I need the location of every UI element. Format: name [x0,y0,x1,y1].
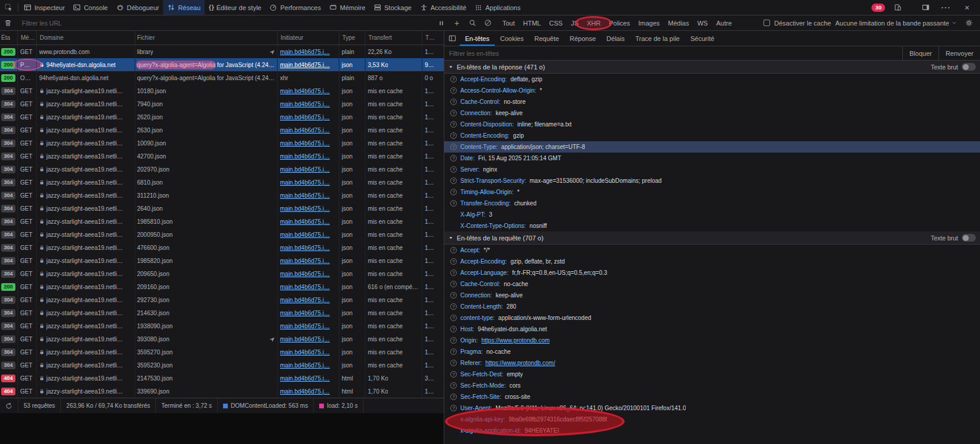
details-tab-trace-de-la-pile[interactable]: Trace de la pile [630,31,685,46]
request-row[interactable]: 304GETjazzy-starlight-aeea19.netli…20297… [0,163,444,176]
help-icon[interactable]: ? [450,177,457,184]
request-row[interactable]: 304GETjazzy-starlight-aeea19.netli…20009… [0,228,444,241]
header-row[interactable]: ?Refererhttps://www.protondb.com/ [444,357,980,369]
details-tab-cookies[interactable]: Cookies [495,31,529,46]
initiator-link[interactable]: main.bd4b6d75.j… [280,140,330,147]
devtools-menu-button[interactable]: ··· [938,4,954,11]
tool-tab-stockage[interactable]: Stockage [370,0,416,15]
help-icon[interactable]: ? [450,326,457,332]
help-icon[interactable]: ? [450,87,457,94]
throttling-select[interactable]: Aucune limitation de la bande passante [835,20,957,27]
close-devtools-button[interactable]: × [959,4,975,12]
initiator-link[interactable]: main.bd4b6d75.j… [280,258,330,264]
header-row[interactable]: ?Connectionkeep-alive [444,107,980,119]
request-row[interactable]: 200POST94he6yatei-dsn.algolia.netquery?x… [0,58,444,71]
requests-count[interactable]: 53 requêtes [18,398,61,413]
initiator-link[interactable]: main.bd4b6d75.j… [280,231,330,238]
help-icon[interactable]: ? [450,200,457,207]
header-row[interactable]: ?Content-Encodinggzip [444,130,980,141]
help-icon[interactable]: ? [450,258,457,265]
url-filter-input[interactable] [22,20,430,27]
response-headers-section-header[interactable]: En-têtes de la réponse (471 o) Texte bru… [444,61,980,74]
header-row[interactable]: X-Content-Type-Optionsnosniff [444,220,980,231]
header-row[interactable]: ?Access-Control-Allow-Origin* [444,85,980,96]
split-panel-button[interactable] [444,31,460,46]
request-row[interactable]: 404GETjazzy-starlight-aeea19.netli…33969… [0,385,444,398]
request-row[interactable]: 304GETjazzy-starlight-aeea19.netli…35952… [0,345,444,359]
details-tab-d-lais[interactable]: Délais [601,31,630,46]
column-header-domain[interactable]: Domaine [37,31,135,45]
help-icon[interactable]: ? [450,99,457,105]
raw-toggle-switch[interactable] [962,63,976,71]
header-row[interactable]: ?Content-Dispositioninline; filename=a.t… [444,119,980,130]
initiator-link[interactable]: main.bd4b6d75.j… [280,323,330,329]
request-row[interactable]: 304GETjazzy-starlight-aeea19.netli…39308… [0,332,444,345]
request-filter-xhr[interactable]: XHR [583,18,604,28]
help-icon[interactable]: ? [450,360,457,366]
request-row[interactable]: 304GETjazzy-starlight-aeea19.netli…20965… [0,267,444,280]
request-row[interactable]: 304GETjazzy-starlight-aeea19.netli…2620.… [0,110,444,123]
request-row[interactable]: 200GETjazzy-starlight-aeea19.netli…20916… [0,280,444,293]
request-row[interactable]: 304GETjazzy-starlight-aeea19.netli…31121… [0,189,444,202]
new-request-button[interactable]: + [449,15,464,30]
finish-time[interactable]: Terminé en : 3,72 s [156,398,218,413]
column-header-status[interactable]: Éta [0,31,18,45]
request-row[interactable]: 304GETjazzy-starlight-aeea19.netli…2630.… [0,123,444,137]
help-icon[interactable]: ? [450,132,457,139]
load-time[interactable]: load: 2,10 s [314,398,364,413]
tool-tab-inspecteur[interactable]: Inspecteur [20,0,69,15]
resend-button[interactable]: Renvoyer [938,46,980,60]
error-count-badge[interactable]: 30 [871,4,885,12]
header-row[interactable]: ?Pragmano-cache [444,346,980,357]
column-header-transfer[interactable]: Transfert [365,31,422,45]
header-value-link[interactable]: https://www.protondb.com [481,337,549,344]
initiator-link[interactable]: main.bd4b6d75.j… [280,49,330,55]
help-icon[interactable]: ? [450,315,457,321]
request-row[interactable]: 200GETwww.protondb.comlibrarymain.bd4b6d… [0,45,444,58]
header-row[interactable]: ?Sec-Fetch-Modecors [444,380,980,391]
header-row[interactable]: x-algolia-api-key9ba0e69fb2974316cdaec8f… [444,414,980,425]
initiator-link[interactable]: main.bd4b6d75.j… [280,310,330,316]
tool-tab-d-bogueur[interactable]: Débogueur [112,0,163,15]
help-icon[interactable]: ? [450,371,457,378]
tool-tab-console[interactable]: Console [69,0,112,15]
request-row[interactable]: 304GETjazzy-starlight-aeea19.netli…42700… [0,150,444,163]
block-url-button[interactable]: Bloquer [902,46,938,60]
initiator-link[interactable]: main.bd4b6d75.j… [280,114,330,120]
help-icon[interactable]: ? [450,247,457,253]
header-row[interactable]: ?Cache-Controlno-cache [444,278,980,290]
help-icon[interactable]: ? [450,394,457,400]
request-filter-ws[interactable]: WS [693,18,711,28]
request-row[interactable]: 304GETjazzy-starlight-aeea19.netli…19380… [0,319,444,332]
initiator-link[interactable]: main.bd4b6d75.j… [280,218,330,225]
initiator-link[interactable]: main.bd4b6d75.j… [280,245,330,251]
header-row[interactable]: ?Originhttps://www.protondb.com [444,335,980,346]
request-row[interactable]: 304GETjazzy-starlight-aeea19.netli…6810.… [0,176,444,189]
request-row[interactable]: 200OP…94he6yatei-dsn.algolia.netquery?x-… [0,71,444,84]
header-row[interactable]: ?Connectionkeep-alive [444,290,980,301]
request-row[interactable]: 304GETjazzy-starlight-aeea19.netli…47660… [0,241,444,254]
help-icon[interactable]: ? [450,76,457,83]
help-icon[interactable]: ? [450,292,457,299]
header-row[interactable]: ?Accept-Encodingdeflate, gzip [444,74,980,85]
request-filter-css[interactable]: CSS [546,18,567,28]
initiator-link[interactable]: main.bd4b6d75.j… [280,297,330,303]
details-tab-en-t-tes[interactable]: En-têtes [460,31,495,46]
header-row[interactable]: ?Sec-Fetch-Sitecross-site [444,391,980,402]
header-row[interactable]: ?User-AgentMozilla/5.0 (X11; Linux x86_6… [444,402,980,414]
tool-tab-r-seau[interactable]: Réseau [163,0,205,15]
pause-recording-button[interactable] [434,15,449,30]
responsive-mode-button[interactable] [889,4,906,11]
header-row[interactable]: ?Strict-Transport-Securitymax-age=315360… [444,175,980,186]
initiator-link[interactable]: main.bd4b6d75.j… [280,153,330,160]
help-icon[interactable]: ? [450,155,457,161]
request-row[interactable]: 304GETjazzy-starlight-aeea19.netli…35952… [0,359,444,372]
column-header-file[interactable]: Fichier [135,31,278,45]
initiator-link[interactable]: main.bd4b6d75.j… [280,205,330,212]
request-filter-images[interactable]: Images [635,18,663,28]
help-icon[interactable]: ? [450,189,457,195]
initiator-link[interactable]: main.bd4b6d75.j… [280,166,330,173]
request-row[interactable]: 304GETjazzy-starlight-aeea19.netli…10090… [0,137,444,150]
header-row[interactable]: ?Accept-Languagefr,fr-FR;q=0.8,en-US;q=0… [444,267,980,278]
help-icon[interactable]: ? [450,166,457,173]
